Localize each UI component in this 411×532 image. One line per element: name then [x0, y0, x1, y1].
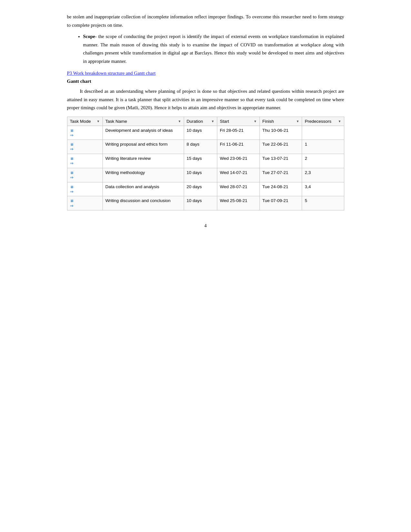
th-duration-label: Duration [187, 119, 203, 124]
task-mode-icon: 🖥 ⇒ [70, 157, 73, 166]
cell-finish-4: Tue 24-08-21 [259, 182, 302, 196]
table-row: 🖥 ⇒ Data collection and analysis 20 days… [67, 182, 344, 196]
th-finish-label: Finish [262, 119, 274, 124]
th-finish[interactable]: Finish ▼ [259, 117, 302, 126]
th-predecessors-label: Predecessors [305, 119, 331, 124]
th-duration-arrow[interactable]: ▼ [211, 120, 214, 123]
cell-task-name-4: Data collection and analysis [103, 182, 184, 196]
cell-task-name-1: Writing proposal and ethics form [103, 140, 184, 154]
intro-paragraph-1: be stolen and inappropriate collection o… [67, 13, 344, 29]
th-task-name[interactable]: Task Name ▼ [103, 117, 184, 126]
cell-duration-4: 20 days [184, 182, 217, 196]
task-mode-icon: 🖥 ⇒ [70, 171, 73, 180]
cell-start-1: Fri 11-06-21 [217, 140, 259, 154]
cell-duration-3: 10 days [184, 168, 217, 182]
table-row: 🖥 ⇒ Development and analysis of ideas 10… [67, 126, 344, 140]
th-finish-arrow[interactable]: ▼ [296, 120, 299, 123]
cell-duration-0: 10 days [184, 126, 217, 140]
th-task-mode-label: Task Mode [70, 119, 91, 124]
task-mode-icon: 🖥 ⇒ [70, 142, 73, 152]
bullet-list: Scope- the scope of conducting the proje… [83, 33, 344, 65]
th-start[interactable]: Start ▼ [217, 117, 259, 126]
cell-predecessors-4: 3,4 [302, 182, 344, 196]
cell-start-4: Wed 28-07-21 [217, 182, 259, 196]
cell-predecessors-0 [302, 126, 344, 140]
table-row: 🖥 ⇒ Writing literature review 15 days We… [67, 154, 344, 168]
cell-task-name-3: Writing methodology [103, 168, 184, 182]
table-row: 🖥 ⇒ Writing proposal and ethics form 8 d… [67, 140, 344, 154]
table-row: 🖥 ⇒ Writing discussion and conclusion 10… [67, 196, 344, 210]
cell-finish-1: Tue 22-06-21 [259, 140, 302, 154]
th-task-mode-arrow[interactable]: ▼ [97, 120, 100, 123]
task-mode-icon: 🖥 ⇒ [70, 185, 73, 194]
cell-predecessors-1: 1 [302, 140, 344, 154]
subsection-heading: Gantt chart [67, 79, 344, 84]
th-task-name-arrow[interactable]: ▼ [178, 120, 181, 123]
cell-task-name-5: Writing discussion and conclusion [103, 196, 184, 210]
cell-duration-5: 10 days [184, 196, 217, 210]
cell-task-mode-3: 🖥 ⇒ [67, 168, 103, 182]
scope-bullet: Scope- the scope of conducting the proje… [83, 33, 344, 65]
th-task-mode[interactable]: Task Mode ▼ [67, 117, 103, 126]
section-heading[interactable]: P3 Work breakdown structure and Gantt ch… [67, 71, 344, 76]
table-header-row: Task Mode ▼ Task Name ▼ Duration ▼ [67, 117, 344, 126]
th-predecessors-arrow[interactable]: ▼ [338, 120, 341, 123]
page-number: 4 [67, 223, 344, 228]
th-duration[interactable]: Duration ▼ [184, 117, 217, 126]
cell-duration-1: 8 days [184, 140, 217, 154]
gantt-table: Task Mode ▼ Task Name ▼ Duration ▼ [67, 117, 344, 211]
cell-task-mode-4: 🖥 ⇒ [67, 182, 103, 196]
cell-task-mode-0: 🖥 ⇒ [67, 126, 103, 140]
cell-task-name-2: Writing literature review [103, 154, 184, 168]
gantt-description: It described as an understanding where p… [67, 87, 344, 112]
cell-predecessors-5: 5 [302, 196, 344, 210]
cell-start-0: Fri 28-05-21 [217, 126, 259, 140]
cell-task-mode-2: 🖥 ⇒ [67, 154, 103, 168]
cell-start-2: Wed 23-06-21 [217, 154, 259, 168]
th-start-label: Start [220, 119, 229, 124]
cell-finish-3: Tue 27-07-21 [259, 168, 302, 182]
cell-task-name-0: Development and analysis of ideas [103, 126, 184, 140]
th-start-arrow[interactable]: ▼ [254, 120, 257, 123]
scope-text: - the scope of conducting the project re… [83, 34, 344, 64]
cell-finish-2: Tue 13-07-21 [259, 154, 302, 168]
cell-predecessors-2: 2 [302, 154, 344, 168]
cell-start-5: Wed 25-08-21 [217, 196, 259, 210]
table-row: 🖥 ⇒ Writing methodology 10 days Wed 14-0… [67, 168, 344, 182]
th-task-name-label: Task Name [105, 119, 127, 124]
task-mode-icon: 🖥 ⇒ [70, 129, 73, 138]
cell-task-mode-1: 🖥 ⇒ [67, 140, 103, 154]
cell-finish-5: Tue 07-09-21 [259, 196, 302, 210]
page: be stolen and inappropriate collection o… [67, 13, 344, 228]
th-predecessors[interactable]: Predecessors ▼ [302, 117, 344, 126]
task-mode-icon: 🖥 ⇒ [70, 199, 73, 208]
cell-start-3: Wed 14-07-21 [217, 168, 259, 182]
cell-task-mode-5: 🖥 ⇒ [67, 196, 103, 210]
scope-bold: Scope [83, 34, 95, 39]
cell-predecessors-3: 2,3 [302, 168, 344, 182]
cell-finish-0: Thu 10-06-21 [259, 126, 302, 140]
cell-duration-2: 15 days [184, 154, 217, 168]
